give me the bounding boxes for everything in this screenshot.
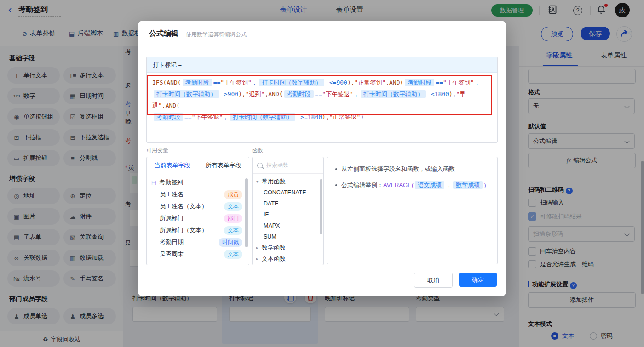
formula-token: ,AND( bbox=[162, 102, 180, 109]
function-group-label: 常用函数 bbox=[262, 177, 286, 186]
formula-token-field[interactable]: 打卡时间（数字辅助） bbox=[230, 113, 295, 121]
formula-token: ， bbox=[474, 79, 480, 86]
formula-token: ,AND( bbox=[385, 79, 403, 86]
tip-line-2: 公式编辑举例：AVERAGE(语文成绩，数学成绩) bbox=[335, 181, 490, 190]
function-group-文本函数[interactable]: ▸文本函数 bbox=[253, 253, 323, 264]
variables-panel: 当前表单字段 所有表单字段 ▤考勤签到员工姓名成员员工姓名（文本）文本所属部门部… bbox=[146, 157, 249, 265]
functions-scrollbar[interactable] bbox=[320, 179, 322, 234]
formula-token-field[interactable]: 打卡时间（数字辅助） bbox=[259, 79, 324, 86]
formula-token-field[interactable]: 打卡时间（数字辅助） bbox=[361, 90, 426, 98]
formula-token: ), bbox=[347, 79, 355, 86]
variable-row-是否周末[interactable]: 是否周末文本 bbox=[147, 248, 249, 260]
formula-line: 打卡时间（数字辅助） >900),"迟到",AND(考勤时段=="下午签退"，打… bbox=[152, 88, 492, 111]
formula-token: <=900 bbox=[326, 79, 347, 86]
function-item-MAPX[interactable]: MAPX bbox=[253, 220, 323, 231]
function-item-SUM[interactable]: SUM bbox=[253, 231, 323, 242]
cancel-button[interactable]: 取消 bbox=[414, 273, 453, 288]
variable-row-所属部门[interactable]: 所属部门部门 bbox=[147, 212, 249, 224]
formula-token-field[interactable]: 考勤时段 bbox=[154, 113, 183, 121]
formula-line: 考勤时段=="下午签退"，打卡时间（数字辅助） >=1800),"正常签退") bbox=[152, 111, 492, 123]
tip-example-prefix: 公式编辑举例： bbox=[341, 182, 383, 188]
formula-token: ), bbox=[322, 114, 329, 120]
formula-target-label: 打卡标记 = bbox=[147, 57, 497, 73]
variable-name: 是否周末 bbox=[160, 250, 224, 258]
formula-token: "下午签退" bbox=[192, 114, 223, 120]
variables-form-name: 考勤签到 bbox=[159, 178, 244, 187]
functions-panel: 搜索函数 ▾常用函数CONCATENATEDATEIFMAPXSUM▸数学函数▸… bbox=[252, 157, 324, 265]
formula-line: IFS(AND(考勤时段=="上午签到"，打卡时间（数字辅助） <=900),"… bbox=[152, 77, 492, 88]
formula-code-area[interactable]: IFS(AND(考勤时段=="上午签到"，打卡时间（数字辅助） <=900),"… bbox=[147, 73, 497, 127]
variable-row-所属部门（文本）[interactable]: 所属部门（文本）文本 bbox=[147, 224, 249, 236]
example-field-chip[interactable]: 语文成绩 bbox=[415, 181, 444, 189]
formula-token: ), bbox=[449, 91, 456, 97]
variable-row-员工姓名[interactable]: 员工姓名成员 bbox=[147, 188, 249, 200]
variable-row-考勤日期[interactable]: 考勤日期时间戳 bbox=[147, 236, 249, 248]
function-item-DATE[interactable]: DATE bbox=[253, 198, 323, 209]
formula-token: ), bbox=[238, 91, 246, 97]
function-item-IF[interactable]: IF bbox=[253, 209, 323, 220]
chevron-right-icon: ▸ bbox=[256, 245, 262, 250]
search-icon bbox=[257, 163, 263, 168]
modal-title: 公式编辑 bbox=[149, 29, 178, 39]
example-function-open: AVERAGE( bbox=[383, 182, 414, 188]
variable-name: 员工姓名 bbox=[160, 190, 224, 199]
formula-token: IFS(AND( bbox=[152, 79, 181, 86]
variable-name: 所属部门（文本） bbox=[160, 226, 224, 234]
formula-token: "下午签退" bbox=[322, 91, 353, 97]
variable-name: 员工姓名（文本） bbox=[160, 202, 224, 210]
variables-scrollbar[interactable] bbox=[245, 178, 248, 247]
confirm-button[interactable]: 确定 bbox=[459, 273, 497, 287]
bullet-dot bbox=[335, 168, 337, 170]
close-icon[interactable]: × bbox=[626, 27, 632, 39]
formula-token: == bbox=[213, 79, 221, 86]
functions-panel-label: 函数 bbox=[252, 147, 263, 154]
formula-token: ,AND( bbox=[264, 91, 282, 97]
function-item-CONCATENATE[interactable]: CONCATENATE bbox=[253, 187, 323, 198]
variable-type-badge: 文本 bbox=[224, 202, 242, 211]
variable-type-badge: 时间戳 bbox=[218, 238, 242, 247]
variable-name: 考勤日期 bbox=[160, 238, 218, 246]
formula-token: "正常签到" bbox=[355, 79, 386, 86]
tip-line-1: 从左侧面板选择字段名和函数，或输入函数 bbox=[335, 165, 490, 174]
formula-token-field[interactable]: 考勤时段 bbox=[405, 79, 434, 86]
variables-tabs: 当前表单字段 所有表单字段 bbox=[147, 157, 249, 174]
modal-subtitle: 使用数学运算符编辑公式 bbox=[186, 31, 247, 39]
formula-tips-panel: 从左侧面板选择字段名和函数，或输入函数 公式编辑举例：AVERAGE(语文成绩，… bbox=[327, 157, 498, 264]
bullet-dot bbox=[335, 184, 337, 186]
tab-current-form-fields[interactable]: 当前表单字段 bbox=[147, 157, 198, 174]
example-separator: ， bbox=[446, 182, 452, 188]
variable-type-badge: 成员 bbox=[224, 190, 242, 199]
formula-token: == bbox=[436, 79, 443, 86]
formula-token-field[interactable]: 考勤时段 bbox=[284, 90, 314, 98]
example-field-chip[interactable]: 数学成绩 bbox=[453, 181, 483, 189]
chevron-right-icon: ▸ bbox=[256, 256, 262, 261]
variable-type-badge: 部门 bbox=[224, 214, 242, 223]
function-group-常用函数[interactable]: ▾常用函数 bbox=[253, 176, 323, 187]
formula-editor-modal: 公式编辑 使用数学运算符编辑公式 × 打卡标记 = IFS(AND(考勤时段==… bbox=[138, 21, 506, 296]
formula-token: "上午签到" bbox=[443, 79, 474, 86]
formula-token: == bbox=[184, 114, 192, 120]
formula-token: "上午签到" bbox=[220, 79, 252, 86]
example-function-close: ) bbox=[484, 182, 486, 188]
function-group-数学函数[interactable]: ▸数学函数 bbox=[253, 242, 323, 253]
variable-row-员工姓名（文本）[interactable]: 员工姓名（文本）文本 bbox=[147, 200, 249, 212]
function-search-input[interactable]: 搜索函数 bbox=[253, 157, 323, 174]
search-placeholder: 搜索函数 bbox=[266, 161, 288, 169]
formula-token: "正常签退" bbox=[329, 114, 361, 120]
variables-panel-label: 可用变量 bbox=[146, 147, 168, 154]
formula-token-field[interactable]: 考勤时段 bbox=[183, 79, 212, 86]
divider bbox=[138, 46, 506, 46]
formula-editor-box: 打卡标记 = IFS(AND(考勤时段=="上午签到"，打卡时间（数字辅助） <… bbox=[146, 57, 498, 143]
formula-token: == bbox=[315, 91, 322, 97]
formula-token: <1800 bbox=[427, 91, 449, 97]
formula-token: ， bbox=[252, 79, 258, 86]
variable-name: 所属部门 bbox=[160, 214, 224, 222]
variable-type-badge: 文本 bbox=[224, 226, 242, 235]
function-group-label: 文本函数 bbox=[262, 255, 286, 263]
tab-all-form-fields[interactable]: 所有表单字段 bbox=[198, 157, 249, 174]
formula-token-field[interactable]: 打卡时间（数字辅助） bbox=[154, 90, 219, 98]
variables-form-node[interactable]: ▤考勤签到 bbox=[147, 176, 249, 188]
chevron-down-icon: ▾ bbox=[256, 179, 262, 184]
formula-token: ， bbox=[223, 114, 229, 120]
formula-token: >900 bbox=[220, 91, 238, 97]
